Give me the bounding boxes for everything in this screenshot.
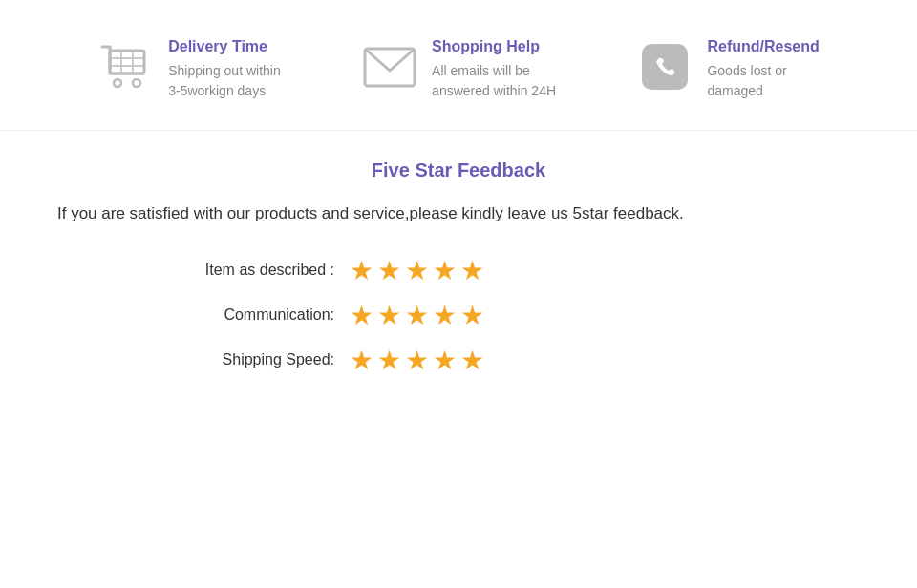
- star-1: ★: [350, 300, 373, 331]
- delivery-title: Delivery Time: [168, 38, 281, 55]
- rating-label-shipping: Shipping Speed:: [134, 351, 334, 368]
- refund-title: Refund/Resend: [707, 38, 819, 55]
- star-2: ★: [377, 345, 401, 376]
- star-2: ★: [377, 255, 401, 286]
- feedback-title: Five Star Feedback: [57, 159, 860, 181]
- stars-communication: ★ ★ ★ ★ ★: [350, 300, 484, 331]
- email-icon: [361, 38, 418, 95]
- stars-shipping: ★ ★ ★ ★ ★: [350, 345, 484, 376]
- delivery-block: Delivery Time Shipping out within 3-5wor…: [97, 38, 281, 101]
- rating-row-item-described: Item as described : ★ ★ ★ ★ ★: [134, 255, 860, 286]
- feedback-section: Five Star Feedback If you are satisfied …: [0, 131, 917, 414]
- top-section: Delivery Time Shipping out within 3-5wor…: [0, 0, 917, 131]
- star-3: ★: [405, 300, 429, 331]
- star-3: ★: [405, 255, 429, 286]
- rating-label-item-described: Item as described :: [134, 262, 334, 279]
- svg-rect-0: [110, 51, 144, 74]
- star-1: ★: [350, 255, 373, 286]
- delivery-text: Delivery Time Shipping out within 3-5wor…: [168, 38, 281, 101]
- feedback-description: If you are satisfied with our products a…: [57, 200, 860, 228]
- rating-row-communication: Communication: ★ ★ ★ ★ ★: [134, 300, 860, 331]
- rating-row-shipping: Shipping Speed: ★ ★ ★ ★ ★: [134, 345, 860, 376]
- phone-icon: [636, 38, 693, 95]
- stars-item-described: ★ ★ ★ ★ ★: [350, 255, 484, 286]
- star-4: ★: [433, 255, 457, 286]
- refund-desc: Goods lost or damaged: [707, 61, 819, 101]
- star-1: ★: [350, 345, 373, 376]
- cart-icon: [97, 38, 155, 95]
- svg-point-2: [114, 79, 121, 87]
- shopping-title: Shopping Help: [432, 38, 556, 55]
- star-2: ★: [377, 300, 401, 331]
- shopping-desc: All emails will be answered within 24H: [432, 61, 556, 101]
- rating-rows: Item as described : ★ ★ ★ ★ ★ Communicat…: [57, 255, 860, 376]
- delivery-desc: Shipping out within 3-5workign days: [168, 61, 281, 101]
- refund-text: Refund/Resend Goods lost or damaged: [707, 38, 819, 101]
- rating-label-communication: Communication:: [134, 306, 334, 324]
- star-3: ★: [405, 345, 429, 376]
- star-5: ★: [460, 345, 484, 376]
- shopping-block: Shopping Help All emails will be answere…: [361, 38, 556, 101]
- refund-block: Refund/Resend Goods lost or damaged: [636, 38, 819, 101]
- shopping-text: Shopping Help All emails will be answere…: [432, 38, 556, 101]
- star-5: ★: [460, 300, 484, 331]
- star-5: ★: [460, 255, 484, 286]
- star-4: ★: [433, 300, 457, 331]
- svg-point-3: [133, 79, 140, 87]
- star-4: ★: [433, 345, 457, 376]
